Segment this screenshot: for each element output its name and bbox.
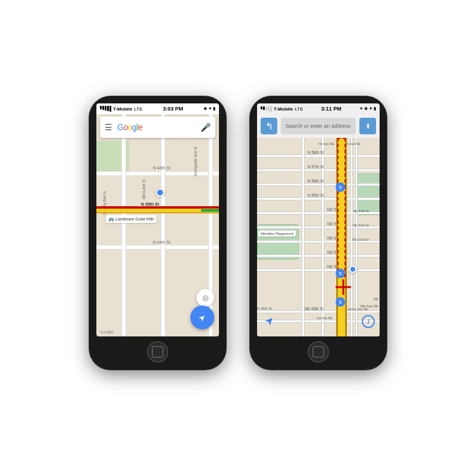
signal-dots-1 (100, 106, 111, 112)
status-left-1: T-Mobile LTE (100, 106, 143, 112)
m2-label-n56: N 56th St (308, 179, 324, 183)
gps-button[interactable]: ➤ (262, 313, 277, 328)
status-left-2: T-Mobile LTE (261, 106, 303, 112)
street-n46 (96, 171, 219, 176)
time-1: 3:03 PM (163, 106, 183, 112)
m2-label-n58: N 58th St (308, 150, 324, 155)
traffic-green-1 (201, 209, 219, 212)
share-button[interactable]: ⬆ (359, 118, 376, 134)
m2-label-7thave: 7th Ave NE (318, 142, 334, 146)
i5-badge-2: 5 (336, 269, 345, 278)
location-pin-2 (349, 266, 356, 273)
m2-label-ne53-r: NE 53rd St (353, 223, 369, 227)
m2-label-ne52-r: NE 52nd St (352, 238, 369, 241)
nav-arrow-button[interactable]: ↰ (261, 118, 277, 134)
bluetooth-icon-2: ✦ (369, 106, 372, 111)
m2-n56 (257, 183, 380, 186)
gps-icon: ➤ (262, 313, 277, 328)
carrier-2: T-Mobile (274, 106, 293, 112)
nav-search-bar[interactable]: Search or enter an address (281, 118, 356, 134)
status-bar-1: T-Mobile LTE 3:03 PM ⊕ ✦ ▮ (96, 103, 219, 114)
location-pin-1 (156, 188, 164, 197)
m2-n57 (257, 169, 380, 172)
i5-badge-text-1: 5 (339, 185, 342, 190)
phone-1: T-Mobile LTE 3:03 PM ⊕ ✦ ▮ (89, 96, 226, 370)
google-logo: Google (117, 122, 201, 132)
m2-label-ne45: NE 45th St (305, 307, 323, 311)
network-2: LTE (295, 106, 303, 112)
home-button-2[interactable] (308, 341, 329, 363)
traffic-red-1 (96, 206, 219, 209)
m2-label-8thave-r: 8th Ave NE (361, 304, 378, 308)
m2-ne50 (257, 269, 380, 272)
label-n44: N 44th St (153, 240, 170, 244)
home-button-inner-2 (312, 346, 324, 358)
m2-label-1stave: 1st Ave NE (317, 316, 333, 320)
bluetooth-icon-1: ✦ (208, 106, 212, 111)
hamburger-icon[interactable]: ☰ (105, 122, 112, 132)
info-button[interactable]: i (362, 315, 375, 328)
m2-n58 (257, 155, 380, 158)
status-right-1: ⊕ ✦ ▮ (203, 106, 215, 111)
phone-1-screen: T-Mobile LTE 3:03 PM ⊕ ✦ ▮ (96, 103, 219, 336)
status-right-2: ✦ ⊕ ✦ ▮ (359, 106, 376, 111)
compass-icon: ◎ (202, 294, 208, 302)
m2-ne51 (257, 254, 380, 257)
m2-label-ne-corner: NE (374, 297, 378, 301)
label-n46: N 46th St (153, 166, 170, 170)
map-2[interactable]: 5 5 5 N 58th St N 57th St N 56th St N 55… (257, 138, 380, 336)
m2-v6 (350, 138, 353, 336)
home-button-inner-1 (152, 346, 164, 358)
wifi-icon-2: ✦ (359, 106, 363, 111)
label-sunnyside: Sunnyside Ave N (193, 147, 198, 176)
m2-label-ne54-r: NE 54th St (353, 209, 369, 213)
nav-bar-2: ↰ Search or enter an address ⬆ (257, 114, 380, 138)
status-bar-2: T-Mobile LTE 3:11 PM ✦ ⊕ ✦ ▮ (257, 103, 380, 114)
google-search-bar[interactable]: ☰ Google 🎤 (100, 116, 215, 138)
m2-n55 (257, 197, 380, 200)
m2-label-n55: N 55th St (308, 193, 324, 197)
street-bagley (121, 114, 126, 336)
directions-button[interactable]: ➤ (190, 306, 214, 329)
location-icon-1: ⊕ (203, 106, 207, 111)
i5-badge-3: 5 (336, 297, 345, 307)
directions-icon: ➤ (196, 311, 208, 323)
location-icon-2: ⊕ (364, 106, 368, 111)
i5-badge-text-3: 5 (339, 300, 342, 304)
time-2: 3:11 PM (321, 106, 342, 112)
meridian-label: Meridian Playground (258, 231, 296, 237)
traffic-cross (338, 282, 349, 292)
info-icon: i (367, 318, 369, 325)
i5-traffic-dashed (337, 138, 346, 277)
street-bliss (161, 114, 165, 336)
map-google-logo-1: Google (100, 330, 114, 334)
search-placeholder-text: Search or enter an address (286, 123, 350, 129)
i5-badge-1: 5 (336, 182, 345, 192)
nav-arrow-icon: ↰ (265, 121, 273, 132)
poi-text-1: Landmark Guild 45th (115, 217, 154, 221)
m2-latona (355, 138, 358, 336)
battery-icon-1: ▮ (213, 106, 215, 111)
battery-icon-2: ▮ (374, 106, 376, 111)
m2-label-n45: N 45th St (257, 307, 272, 310)
mic-icon[interactable]: 🎤 (201, 122, 211, 132)
carrier-1: T-Mobile (113, 106, 132, 112)
share-icon: ⬆ (365, 122, 371, 130)
phone-2: T-Mobile LTE 3:11 PM ✦ ⊕ ✦ ▮ ↰ Search or… (250, 96, 387, 370)
network-1: LTE (134, 106, 142, 112)
home-button-1[interactable] (147, 341, 168, 363)
label-bliss: Bliss Ave N (142, 180, 146, 199)
meridian-label-text: Meridian Playground (261, 232, 293, 235)
m2-label-n57: N 57th St (308, 165, 324, 169)
phone-2-screen: T-Mobile LTE 3:11 PM ✦ ⊕ ✦ ▮ ↰ Search or… (257, 103, 380, 336)
map-1[interactable]: N 46th St N 45th St N 44th St Bagley Ave… (96, 114, 219, 336)
label-n45: N 45th St (141, 202, 159, 206)
compass-button[interactable]: ◎ (196, 289, 214, 307)
street-n44 (96, 245, 219, 250)
signal-dots-2 (261, 106, 272, 112)
poi-label-1: 🚌 Landmark Guild 45th (106, 215, 156, 223)
i5-badge-text-2: 5 (339, 272, 342, 276)
